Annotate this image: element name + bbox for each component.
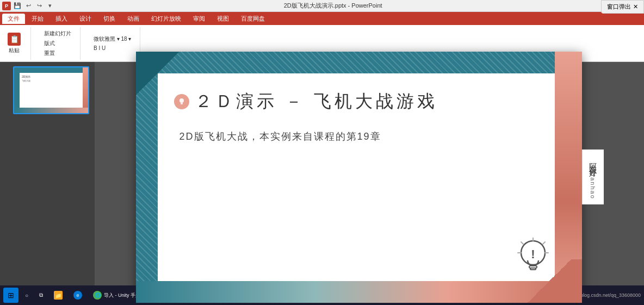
ribbon-group-clipboard: 📋 粘贴 xyxy=(4,27,31,60)
slide-body: 2D版飞机大战，本实例来自课程的第19章 xyxy=(174,130,538,143)
ribbon-tabs: 文件 开始 插入 设计 切换 动画 幻灯片放映 审阅 视图 百度网盘 xyxy=(0,12,644,25)
undo-icon[interactable]: ↩ xyxy=(24,2,33,10)
save-icon[interactable]: 💾 xyxy=(13,2,22,10)
thumb-border-top xyxy=(14,67,88,73)
slide-edit-area[interactable]: ２Ｄ演示 － 飞机大战游戏 2D版飞机大战，本实例来自课程的第19章 ! xyxy=(95,62,644,292)
tab-view[interactable]: 视图 xyxy=(212,14,234,24)
slide-canvas: ２Ｄ演示 － 飞机大战游戏 2D版飞机大战，本实例来自课程的第19章 ! xyxy=(136,52,582,303)
taskbar-edge[interactable]: e xyxy=(69,288,86,303)
slide-title-area: ２Ｄ演示 － 飞机大战游戏 xyxy=(174,90,538,114)
right-panel-sub-text: afanhao xyxy=(590,170,596,200)
slide-panel: 1 2D演示 飞机大战 xyxy=(0,62,95,292)
ribbon-group-slides: 新建幻灯片 版式 重置 xyxy=(42,27,81,60)
tab-insert[interactable]: 插入 xyxy=(50,14,73,24)
tab-home[interactable]: 开始 xyxy=(26,14,49,24)
file-explorer-icon: 📁 xyxy=(54,291,63,300)
window-popup-label: 窗口弹出 xyxy=(607,3,631,11)
bold-button[interactable]: B I U xyxy=(91,45,133,52)
taskbar-file-explorer[interactable]: 📁 xyxy=(49,288,67,303)
paste-button[interactable]: 📋 粘贴 xyxy=(4,32,24,55)
slide-title: ２Ｄ演示 － 飞机大战游戏 xyxy=(195,90,438,114)
window-popup-button[interactable]: 窗口弹出 ✕ xyxy=(601,0,644,14)
search-button[interactable]: ○ xyxy=(21,288,33,303)
new-slide-button[interactable]: 新建幻灯片 xyxy=(42,29,73,38)
thumb-body: 飞机大战 xyxy=(22,79,81,82)
slide-inner: ２Ｄ演示 － 飞机大战游戏 2D版飞机大战，本实例来自课程的第19章 xyxy=(158,73,555,281)
tab-slideshow[interactable]: 幻灯片放映 xyxy=(146,14,187,24)
font-selector[interactable]: 微软雅黑 ▾ 18 ▾ xyxy=(91,35,133,43)
font-buttons: 微软雅黑 ▾ 18 ▾ B I U xyxy=(91,35,133,52)
ribbon-group-font: 微软雅黑 ▾ 18 ▾ B I U xyxy=(91,27,140,60)
window-popup-close-icon[interactable]: ✕ xyxy=(633,3,638,10)
lightbulb-decoration: ! xyxy=(517,238,549,276)
tab-animation[interactable]: 动画 xyxy=(122,14,145,24)
redo-icon[interactable]: ↪ xyxy=(35,2,44,10)
tab-transition[interactable]: 切换 xyxy=(98,14,121,24)
window-title: 2D版飞机大战演示.pptx - PowerPoint xyxy=(54,2,611,10)
reset-button[interactable]: 重置 xyxy=(42,49,73,58)
slide-buttons: 新建幻灯片 版式 重置 xyxy=(42,29,73,58)
slide-thumb-inner: 2D演示 飞机大战 xyxy=(14,67,88,113)
tab-review[interactable]: 审阅 xyxy=(188,14,210,24)
slide-border-top xyxy=(136,52,582,73)
slide-border-bottom xyxy=(136,281,582,303)
thumb-border-right xyxy=(83,67,88,113)
svg-rect-1 xyxy=(181,103,183,104)
slide-thumbnail[interactable]: 2D演示 飞机大战 xyxy=(13,66,89,114)
tab-baidu[interactable]: 百度网盘 xyxy=(236,14,270,24)
tab-file[interactable]: 文件 xyxy=(2,14,25,24)
task-view-button[interactable]: ⧉ xyxy=(35,288,47,303)
task-view-icon: ⧉ xyxy=(39,292,43,298)
unity-handbook-icon: 🌐 xyxy=(93,291,102,300)
right-panel-main-text: 阿发你好 xyxy=(586,155,600,168)
layout-button[interactable]: 版式 xyxy=(42,39,73,48)
slide-thumbnail-wrapper: 1 2D演示 飞机大战 xyxy=(3,66,91,114)
slide-title-icon xyxy=(174,94,189,109)
thumb-border-bottom xyxy=(14,108,88,113)
thumb-title: 2D演示 xyxy=(22,75,81,78)
title-bar: P 💾 ↩ ↪ ▾ 2D版飞机大战演示.pptx - PowerPoint ? … xyxy=(0,0,644,12)
tab-design[interactable]: 设计 xyxy=(74,14,97,24)
paste-icon: 📋 xyxy=(8,33,21,46)
thumb-border-left xyxy=(14,67,20,113)
main-area: 1 2D演示 飞机大战 xyxy=(0,62,644,292)
slide-corner-topleft xyxy=(136,52,179,95)
customize-icon[interactable]: ▾ xyxy=(46,2,54,10)
svg-text:!: ! xyxy=(531,247,535,261)
svg-point-0 xyxy=(179,98,184,103)
paste-label: 粘贴 xyxy=(9,47,20,54)
svg-line-8 xyxy=(521,242,523,244)
svg-line-7 xyxy=(543,242,545,244)
title-bar-left: P 💾 ↩ ↪ ▾ xyxy=(2,2,54,10)
ppt-logo: P xyxy=(2,2,11,10)
start-button[interactable]: ⊞ xyxy=(3,288,18,303)
svg-rect-4 xyxy=(530,268,536,270)
thumb-content: 2D演示 飞机大战 xyxy=(20,73,83,108)
right-panel: 阿发你好 afanhao xyxy=(582,150,604,205)
edge-icon: e xyxy=(73,291,82,300)
search-icon: ○ xyxy=(25,292,28,298)
